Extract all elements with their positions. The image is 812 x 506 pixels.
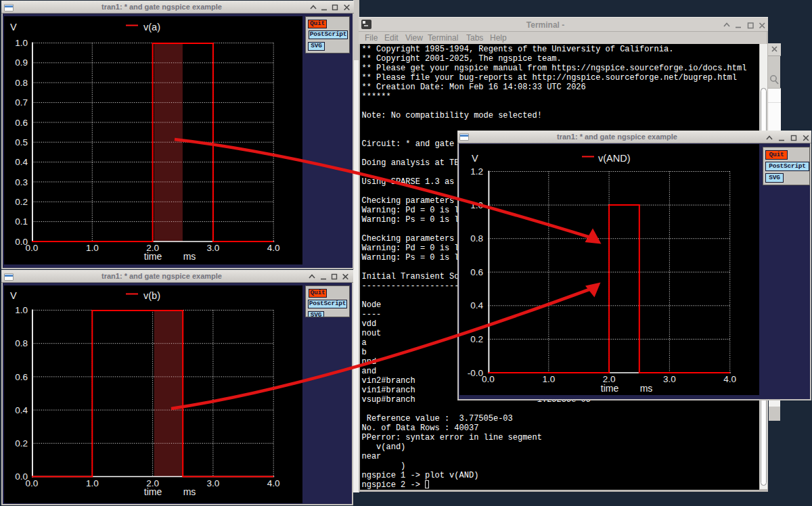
svg-text:0.6: 0.6 [15, 118, 28, 128]
svg-text:0.4: 0.4 [15, 405, 28, 415]
svg-text:3.0: 3.0 [663, 374, 676, 384]
svg-text:0.0: 0.0 [26, 478, 39, 488]
svg-text:0.1: 0.1 [15, 216, 28, 227]
svg-text:0.2: 0.2 [15, 438, 28, 448]
svg-text:1.2: 1.2 [470, 166, 483, 177]
svg-text:v(AND): v(AND) [598, 153, 631, 164]
svg-text:0.4: 0.4 [15, 157, 28, 167]
svg-text:0.4: 0.4 [470, 300, 483, 310]
svg-text:0.2: 0.2 [15, 197, 28, 207]
svg-text:1.0: 1.0 [542, 374, 555, 384]
svg-text:1.0: 1.0 [15, 305, 28, 315]
svg-text:V: V [10, 290, 17, 301]
svg-text:0.6: 0.6 [470, 267, 483, 277]
svg-text:0.3: 0.3 [15, 177, 28, 187]
svg-text:time: time [144, 486, 162, 497]
svg-text:v(a): v(a) [143, 22, 160, 32]
svg-text:ms: ms [183, 251, 196, 262]
svg-text:time: time [601, 383, 619, 394]
svg-text:0.7: 0.7 [15, 97, 28, 108]
svg-text:0.0: 0.0 [482, 374, 495, 384]
svg-text:4.0: 4.0 [723, 374, 736, 384]
svg-text:0.8: 0.8 [15, 78, 28, 88]
svg-text:3.0: 3.0 [207, 243, 220, 253]
svg-text:0.8: 0.8 [15, 338, 28, 348]
svg-text:1.0: 1.0 [86, 243, 99, 253]
svg-text:0.0: 0.0 [26, 243, 39, 253]
svg-text:0.5: 0.5 [15, 137, 28, 147]
svg-text:V: V [10, 22, 17, 32]
svg-text:1.0: 1.0 [15, 38, 28, 48]
svg-text:4.0: 4.0 [267, 478, 280, 488]
svg-text:time: time [144, 251, 162, 262]
svg-text:0.2: 0.2 [470, 334, 483, 344]
svg-text:-0.0: -0.0 [468, 368, 483, 378]
svg-text:V: V [472, 153, 478, 164]
svg-text:v(b): v(b) [143, 290, 160, 301]
svg-text:4.0: 4.0 [267, 243, 280, 253]
svg-text:0.9: 0.9 [15, 58, 28, 68]
svg-text:ms: ms [640, 383, 653, 394]
svg-text:1.0: 1.0 [470, 200, 483, 210]
svg-text:0.6: 0.6 [15, 372, 28, 382]
svg-text:ms: ms [183, 486, 196, 497]
svg-text:3.0: 3.0 [207, 478, 220, 488]
svg-text:1.0: 1.0 [86, 478, 99, 488]
svg-text:0.8: 0.8 [470, 233, 483, 244]
